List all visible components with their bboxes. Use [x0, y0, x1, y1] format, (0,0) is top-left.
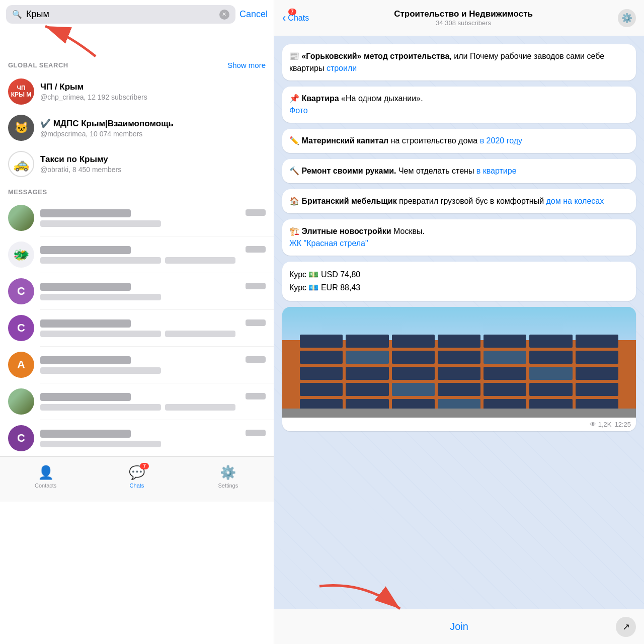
result-info-mdps: ✔️ МДПС Крым|Взаимопомощь @mdpscrimea, 1… — [40, 118, 266, 138]
msg4-text: Чем отделать стены — [396, 167, 476, 175]
image-caption: 👁 1,2K 12:25 — [282, 418, 636, 431]
messages-section-label: MESSAGES — [0, 186, 274, 200]
msg5-icon: 🏠 — [289, 197, 301, 205]
avatar-msg1 — [8, 205, 34, 231]
avatar-mdps: 🐱 — [8, 115, 34, 141]
result-sub-chp: @chp_crimea, 12 192 subscribers — [40, 93, 266, 101]
channel-name: Строительство и Недвижимость — [314, 9, 613, 19]
msg5-bold: Британский мебельщик — [301, 197, 396, 205]
channel-subscribers: 34 308 subscribers — [314, 19, 613, 27]
msg3-link[interactable]: в 2020 году — [480, 136, 522, 145]
msg1-link[interactable]: строили — [327, 64, 357, 72]
msg-item-6[interactable] — [0, 383, 274, 420]
avatar-msg6 — [8, 388, 34, 415]
contacts-label: Contacts — [35, 482, 56, 489]
chat-area: 📰 «Горьковский» метод строительства, или… — [274, 36, 644, 609]
msg-lines-3 — [40, 283, 266, 300]
show-more-button[interactable]: Show more — [227, 61, 266, 69]
avatar-msg3: С — [8, 278, 34, 304]
red-arrow-container — [0, 24, 274, 59]
search-top-bar: 🔍 Крым ✕ Cancel — [0, 0, 274, 24]
back-button[interactable]: ‹ 7 Chats — [282, 12, 309, 25]
msg-lines-6 — [40, 393, 266, 411]
search-result-mdps[interactable]: 🐱 ✔️ МДПС Крым|Взаимопомощь @mdpscrimea,… — [0, 110, 274, 146]
msg3-bold: Материнский капитал — [301, 136, 388, 145]
join-button[interactable]: Join — [450, 621, 468, 632]
building-image — [282, 307, 636, 418]
result-name-taxi: Такси по Крыму — [40, 154, 266, 165]
msg4-icon: 🔨 — [289, 167, 301, 175]
msg2-icon: 📌 — [289, 94, 301, 103]
msg-item-5[interactable]: А — [0, 347, 274, 383]
result-name-mdps: ✔️ МДПС Крым|Взаимопомощь — [40, 118, 266, 129]
red-arrow-icon — [30, 21, 111, 61]
tab-contacts[interactable]: 👤 Contacts — [0, 465, 91, 489]
result-name-chp: ЧП / Крым — [40, 82, 266, 92]
message-1: 📰 «Горьковский» метод строительства, или… — [282, 44, 636, 80]
avatar-msg5: А — [8, 352, 34, 378]
settings-label: Settings — [218, 482, 238, 489]
search-result-taxi[interactable]: 🚕 Такси по Крыму @obratki, 8 450 members — [0, 146, 274, 182]
share-button[interactable]: ↗ — [616, 617, 636, 637]
cancel-button[interactable]: Cancel — [239, 9, 268, 20]
msg3-text: на строительство дома — [388, 136, 479, 145]
chats-label: Chats — [130, 482, 144, 489]
currency-usd: Курс 💵 USD 74,80 — [289, 269, 629, 281]
msg6-text: Москвы. — [391, 227, 425, 235]
search-result-chp[interactable]: ЧПКРЫ М ЧП / Крым @chp_crimea, 12 192 su… — [0, 73, 274, 110]
image-views: 👁 1,2K — [590, 421, 611, 428]
msg-lines-4 — [40, 319, 266, 337]
msg2-link[interactable]: Фото — [289, 106, 308, 115]
contacts-icon: 👤 — [38, 465, 54, 480]
msg1-icon: 📰 — [289, 52, 301, 60]
currency-eur-prefix: Курс 💶 EUR 88,43 — [289, 282, 360, 294]
msg6-bold: Элитные новостройки — [301, 227, 391, 235]
avatar-chp: ЧПКРЫ М — [8, 78, 34, 105]
msg-item-3[interactable]: С — [0, 273, 274, 309]
currency-usd-prefix: Курс 💵 USD 74,80 — [289, 269, 360, 281]
avatar-msg2: 🐲 — [8, 242, 34, 268]
search-query[interactable]: Крым — [26, 9, 215, 20]
channel-info[interactable]: Строительство и Недвижимость 34 308 subs… — [314, 9, 613, 27]
avatar-msg7: С — [8, 425, 34, 451]
msg-item-7[interactable]: С — [0, 420, 274, 456]
chats-icon: 💬 7 — [129, 465, 145, 480]
msg-item-1[interactable] — [0, 200, 274, 236]
chats-badge: 7 — [140, 463, 149, 469]
left-panel: 🔍 Крым ✕ Cancel GLOBAL SEARCH Show more — [0, 0, 274, 644]
tab-settings[interactable]: ⚙️ Settings — [183, 465, 274, 489]
result-info-chp: ЧП / Крым @chp_crimea, 12 192 subscriber… — [40, 82, 266, 101]
search-clear-button[interactable]: ✕ — [219, 10, 229, 20]
building-image-bubble[interactable]: 👁 1,2K 12:25 — [282, 307, 636, 431]
channel-settings-button[interactable]: ⚙️ — [618, 9, 636, 27]
msg5-link[interactable]: дом на колесах — [546, 197, 604, 205]
search-icon: 🔍 — [12, 10, 22, 19]
msg-item-2[interactable]: 🐲 — [0, 236, 274, 273]
bottom-red-arrow-icon — [314, 581, 415, 616]
msg3-icon: ✏️ — [289, 136, 301, 145]
join-bar: Join ↗ — [274, 609, 644, 644]
msg6-link[interactable]: ЖК "Красная стрела" — [289, 239, 368, 248]
msg2-text: «На одном дыхании». — [339, 94, 423, 103]
tab-bar: 👤 Contacts 💬 7 Chats ⚙️ Settings — [0, 456, 274, 502]
share-icon: ↗ — [622, 621, 630, 632]
back-chevron-icon: ‹ — [282, 12, 286, 25]
tab-chats[interactable]: 💬 7 Chats — [91, 465, 182, 489]
currency-message: Курс 💵 USD 74,80 Курс 💶 EUR 88,43 — [282, 262, 636, 301]
msg-lines-5 — [40, 356, 266, 374]
msg1-bold: «Горьковский» метод строительства — [301, 52, 449, 60]
message-6: 🏗️ Элитные новостройки Москвы.ЖК "Красна… — [282, 219, 636, 256]
msg-lines-7 — [40, 430, 266, 447]
msg-item-4[interactable]: С — [0, 310, 274, 346]
msg5-text: превратил грузовой бус в комфортный — [397, 197, 546, 205]
message-5: 🏠 Британский мебельщик превратил грузово… — [282, 189, 636, 213]
msg4-bold: Ремонт своими руками. — [301, 167, 396, 175]
msg4-link[interactable]: в квартире — [476, 167, 517, 175]
message-2: 📌 Квартира «На одном дыхании».Фото — [282, 87, 636, 123]
settings-tab-icon: ⚙️ — [220, 465, 236, 480]
result-sub-taxi: @obratki, 8 450 members — [40, 166, 266, 174]
message-3: ✏️ Материнский капитал на строительство … — [282, 129, 636, 153]
msg-lines-1 — [40, 209, 266, 227]
currency-eur: Курс 💶 EUR 88,43 — [289, 282, 629, 294]
msg6-icon: 🏗️ — [289, 227, 301, 235]
